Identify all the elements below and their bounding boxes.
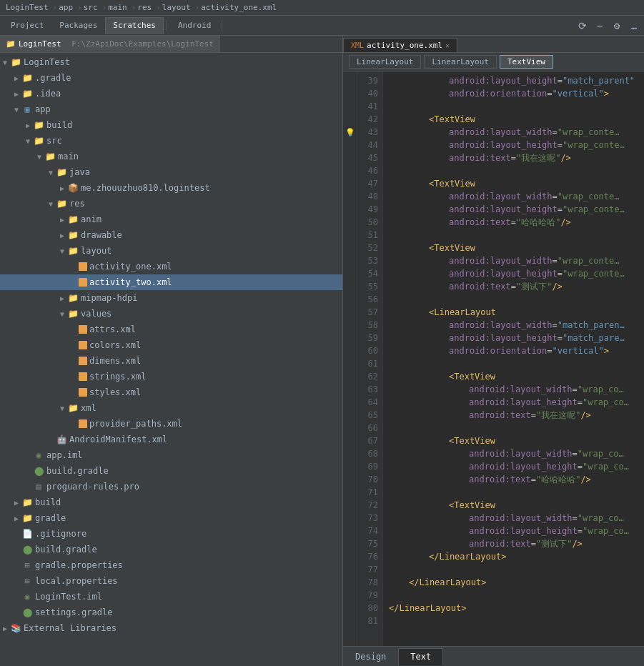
tab-design[interactable]: Design [343,648,398,665]
code-line-49: android:layout_height="wrap_conte… [389,203,638,216]
project-path: F:\ZzApiDoc\Examples\LoginTest [71,39,214,49]
tree-label-drawable: drawable [81,230,122,240]
tree-item-java[interactable]: ▼📁java [0,164,342,180]
tree-item-strings.xml[interactable]: strings.xml [0,369,342,384]
breadcrumb-app[interactable]: app [59,3,73,12]
layout-tab-1[interactable]: LinearLayout [424,55,496,69]
editor-panel: XML activity_one.xml ✕ LinearLayoutLinea… [343,36,644,666]
line-number-77: 77 [357,563,382,576]
line-number-67: 67 [357,434,382,447]
breadcrumb-main[interactable]: main [108,3,127,12]
tree-arrow-idea: ▶ [11,90,21,98]
tree-arrow-logintest-root: ▼ [0,59,10,66]
gutter-row-63 [343,383,357,396]
tree-item-layout[interactable]: ▼📁layout [0,243,342,259]
code-token: = [531,409,536,422]
tree-label-colors.xml: colors.xml [89,340,141,350]
tree-item-anim[interactable]: ▶📁anim [0,212,342,227]
tree-item-activity_two.xml[interactable]: activity_two.xml [0,274,342,290]
tree-item-me.zhou[interactable]: ▶📦me.zhouuzhuo810.logintest [0,180,342,196]
tree-item-gradle-root[interactable]: ▶📁gradle [0,510,342,526]
line-number-75: 75 [357,537,382,550]
breadcrumb-src[interactable]: src [84,3,98,12]
code-line-61 [389,357,638,370]
project-header: 📁 LoginTest F:\ZzApiDoc\Examples\LoginTe… [0,36,342,53]
tree-item-build.gradle-app[interactable]: ⬤build.gradle [0,463,342,479]
tree-item-dimens.xml[interactable]: dimens.xml [0,353,342,369]
tree-item-.gitignore[interactable]: 📄.gitignore [0,526,342,542]
code-line-42: <TextView [389,113,638,126]
tree-item-src[interactable]: ▼📁src [0,133,342,149]
tree-item-gradle[interactable]: ▶📁.gradle [0,70,342,86]
tab-packages[interactable]: Packages [51,17,105,34]
gradle-file-icon: ⬤ [21,607,33,618]
tree-item-mipmap-hdpi[interactable]: ▶📁mipmap-hdpi [0,290,342,306]
tree-item-build.gradle-root[interactable]: ⬤build.gradle [0,542,342,557]
tree-item-app.iml[interactable]: ◉app.iml [0,447,342,463]
gutter-row-75 [343,537,357,550]
tree-item-colors.xml[interactable]: colors.xml [0,337,342,353]
gutter-row-62 [343,370,357,383]
tab-scratches[interactable]: Scratches [105,17,164,34]
tree-arrow-java: ▼ [46,169,56,177]
tree-item-idea[interactable]: ▶📁.idea [0,86,342,101]
iml-file-icon: ◉ [21,591,33,602]
more-icon[interactable]: … [627,19,641,33]
project-title[interactable]: 📁 LoginTest F:\ZzApiDoc\Examples\LoginTe… [0,36,220,52]
editor-tab-label: activity_one.xml [367,41,442,50]
tab-project[interactable]: Project [3,17,51,34]
code-editor[interactable]: 💡 39404142434445464748495051525354555657… [343,71,644,646]
breadcrumb-layout[interactable]: layout [162,3,191,12]
collapse-icon[interactable]: − [593,19,607,33]
sync-icon[interactable]: ⟳ [575,19,590,33]
code-token: = [553,254,558,267]
tree-item-build-root[interactable]: ▶📁build [0,494,342,510]
code-token: android:orientation [449,344,547,357]
tree-item-logintest-root[interactable]: ▼📁LoginTest [0,54,342,70]
breadcrumb-file[interactable]: activity_one.xml [201,3,277,12]
tree-item-attrs.xml[interactable]: attrs.xml [0,322,342,337]
code-line-69: android:layout_height="wrap_co… [389,460,638,473]
tree-item-drawable[interactable]: ▶📁drawable [0,227,342,243]
code-token: android:layout_height [449,332,558,344]
tree-item-external-libraries[interactable]: ▶📚External Libraries [0,620,342,636]
settings-icon[interactable]: ⚙ [610,19,624,33]
layout-tab-0[interactable]: LinearLayout [349,55,421,69]
code-token: = [573,447,578,460]
tree-item-settings.gradle[interactable]: ⬤settings.gradle [0,605,342,620]
android-manifest-icon: 🤖 [56,434,67,445]
lightbulb-icon[interactable]: 💡 [345,128,355,137]
tree-item-build1[interactable]: ▶📁build [0,117,342,133]
tree-item-res[interactable]: ▼📁res [0,196,342,212]
gutter-row-41 [343,100,357,113]
gutter-row-57 [343,306,357,319]
tree-item-main[interactable]: ▼📁main [0,149,342,164]
tree-item-app[interactable]: ▼▣app [0,101,342,117]
code-line-54: android:layout_height="wrap_conte… [389,267,638,280]
tree-item-provider_paths.xml[interactable]: provider_paths.xml [0,416,342,432]
editor-tab-activity-one[interactable]: XML activity_one.xml ✕ [343,38,457,52]
tree-item-values[interactable]: ▼📁values [0,306,342,322]
breadcrumb-res[interactable]: res [137,3,152,12]
code-line-39: android:layout_height="match_parent" [389,74,638,87]
tab-android[interactable]: Android [170,17,219,34]
gutter-row-79 [343,589,357,602]
sep3: › [102,3,107,12]
tree-item-styles.xml[interactable]: styles.xml [0,384,342,400]
gutter-row-65 [343,409,357,422]
tree-item-LoginTest.iml[interactable]: ◉LoginTest.iml [0,589,342,605]
tree-item-AndroidManifest.xml[interactable]: 🤖AndroidManifest.xml [0,432,342,447]
code-line-65: android:text="我在这呢" /> [389,409,638,422]
editor-tab-close-icon[interactable]: ✕ [445,41,450,49]
tree-item-activity_one.xml[interactable]: activity_one.xml [0,259,342,274]
tree-item-proguard-rules.pro[interactable]: ▤proguard-rules.pro [0,479,342,494]
line-number-47: 47 [357,177,382,190]
gutter-row-76 [343,550,357,563]
code-content[interactable]: android:layout_height="match_parent"andr… [383,71,644,646]
breadcrumb-logintest[interactable]: LoginTest [6,3,49,12]
tree-item-local.properties[interactable]: ⊞local.properties [0,573,342,589]
tab-text[interactable]: Text [398,648,443,665]
tree-item-xml-folder[interactable]: ▼📁xml [0,400,342,416]
tree-item-gradle.properties[interactable]: ⊞gradle.properties [0,557,342,573]
layout-tab-2[interactable]: TextView [500,55,553,69]
